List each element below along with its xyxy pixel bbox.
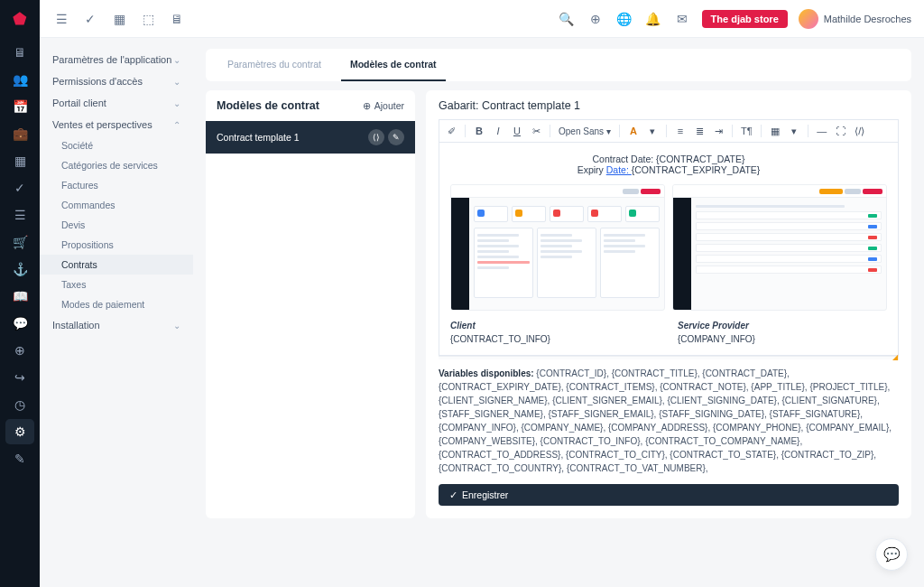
provider-label: Service Provider bbox=[678, 321, 749, 331]
list-ul-button[interactable]: ≣ bbox=[694, 126, 705, 137]
plus-icon[interactable]: ⊕ bbox=[587, 12, 605, 26]
hr-button[interactable]: — bbox=[817, 126, 827, 136]
edit-icon[interactable]: ✎ bbox=[388, 129, 404, 145]
chevron-up-icon: ⌃ bbox=[173, 120, 180, 130]
chevron-down-icon: ⌄ bbox=[173, 55, 180, 65]
editor-panel: Gabarit: Contract template 1 ✐ B I U ✂ O… bbox=[426, 90, 911, 518]
table-button[interactable]: ▦ bbox=[770, 126, 781, 137]
rail-monitor-icon[interactable]: 🖥 bbox=[5, 40, 34, 65]
nav-permissions[interactable]: Permissions d'accès⌄ bbox=[40, 70, 193, 92]
chevron-down-icon[interactable]: ▾ bbox=[647, 126, 658, 137]
add-button[interactable]: ⊕Ajouter bbox=[363, 100, 404, 111]
chevron-down-icon: ⌄ bbox=[173, 321, 180, 331]
available-variables: Variables disponibles: {CONTRACT_ID}, {C… bbox=[439, 367, 899, 475]
rail-stack-icon[interactable]: ☰ bbox=[5, 202, 34, 228]
check-icon: ✓ bbox=[449, 489, 457, 500]
app-logo-icon[interactable]: ⬟ bbox=[13, 9, 27, 29]
save-button[interactable]: ✓Enregistrer bbox=[439, 484, 899, 506]
code-icon[interactable]: ⟨⟩ bbox=[368, 129, 384, 145]
contract-date-text: Contract Date: {CONTRACT_DATE} bbox=[450, 154, 887, 164]
top-bar: ☰ ✓ ▦ ⬚ 🖥 🔍 ⊕ 🌐 🔔 ✉ The djab store Mathi… bbox=[40, 0, 924, 38]
client-label: Client bbox=[450, 321, 476, 331]
rail-chat-icon[interactable]: 💬 bbox=[5, 311, 34, 336]
rail-help-icon[interactable]: ⊕ bbox=[5, 338, 34, 363]
paragraph-button[interactable]: T¶ bbox=[741, 126, 753, 136]
underline-button[interactable]: U bbox=[512, 126, 522, 136]
avatar bbox=[799, 9, 818, 29]
nav-installation[interactable]: Installation⌄ bbox=[40, 314, 193, 336]
chevron-down-icon: ⌄ bbox=[173, 77, 180, 87]
template-list: Modèles de contrat ⊕Ajouter Contract tem… bbox=[206, 90, 415, 518]
text-color-button[interactable]: A bbox=[628, 126, 639, 136]
store-badge[interactable]: The djab store bbox=[702, 10, 788, 28]
rail-cart-icon[interactable]: 🛒 bbox=[5, 229, 34, 255]
rail-grid-icon[interactable]: ▦ bbox=[5, 148, 34, 173]
box-icon[interactable]: ⬚ bbox=[139, 12, 157, 26]
screenshot-placeholder bbox=[672, 184, 887, 311]
nav-devis[interactable]: Devis bbox=[40, 215, 193, 235]
list-ol-button[interactable]: ≡ bbox=[675, 126, 686, 136]
help-fab[interactable]: 💬 bbox=[875, 538, 908, 571]
brush-icon[interactable]: ✐ bbox=[446, 126, 457, 137]
chevron-down-icon: ▾ bbox=[606, 126, 611, 136]
content-editable[interactable]: Contract Date: {CONTRACT_DATE} Expiry Da… bbox=[439, 143, 899, 356]
chevron-down-icon: ⌄ bbox=[173, 98, 180, 108]
client-var: {CONTRACT_TO_INFO} bbox=[450, 334, 660, 344]
nav-categories[interactable]: Catégories de services bbox=[40, 155, 193, 175]
template-item[interactable]: Contract template 1 ⟨⟩ ✎ bbox=[206, 121, 415, 154]
task-icon[interactable]: ✓ bbox=[81, 12, 99, 26]
nav-paiement[interactable]: Modes de paiement bbox=[40, 294, 193, 314]
nav-commandes[interactable]: Commandes bbox=[40, 195, 193, 215]
nav-contrats[interactable]: Contrats bbox=[40, 255, 193, 275]
globe-icon[interactable]: 🌐 bbox=[615, 12, 633, 26]
rail-calendar-icon[interactable]: 📅 bbox=[5, 94, 34, 119]
nav-taxes[interactable]: Taxes bbox=[40, 275, 193, 294]
mail-icon[interactable]: ✉ bbox=[673, 12, 691, 26]
icon-rail: ⬟ 🖥 👥 📅 💼 ▦ ✓ ☰ 🛒 ⚓ 📖 💬 ⊕ ↪ ◷ ⚙ ✎ bbox=[0, 0, 40, 587]
rail-users-icon[interactable]: 👥 bbox=[5, 67, 34, 92]
chevron-down-icon[interactable]: ▾ bbox=[789, 126, 799, 137]
strike-button[interactable]: ✂ bbox=[531, 126, 541, 137]
fullscreen-button[interactable]: ⛶ bbox=[836, 126, 846, 136]
bell-icon[interactable]: 🔔 bbox=[644, 12, 662, 26]
rail-edit-icon[interactable]: ✎ bbox=[5, 446, 34, 471]
nav-propositions[interactable]: Propositions bbox=[40, 235, 193, 255]
nav-ventes[interactable]: Ventes et perspectives⌃ bbox=[40, 114, 193, 135]
list-title: Modèles de contrat bbox=[217, 99, 319, 112]
tab-params[interactable]: Paramètres du contrat bbox=[218, 49, 330, 81]
expiry-link[interactable]: Date: bbox=[606, 164, 632, 175]
apps-icon[interactable]: ▦ bbox=[110, 12, 128, 26]
bold-button[interactable]: B bbox=[474, 126, 485, 136]
tabs: Paramètres du contrat Modèles de contrat bbox=[206, 49, 911, 81]
user-name: Mathilde Desroches bbox=[824, 14, 911, 24]
rail-export-icon[interactable]: ↪ bbox=[5, 365, 34, 390]
editor-title: Gabarit: Contract template 1 bbox=[439, 99, 899, 112]
provider-var: {COMPANY_INFO} bbox=[678, 334, 887, 344]
italic-button[interactable]: I bbox=[493, 126, 504, 136]
plus-icon: ⊕ bbox=[363, 100, 371, 111]
code-button[interactable]: ⟨/⟩ bbox=[855, 126, 865, 137]
screenshot-placeholder bbox=[450, 184, 665, 311]
rail-briefcase-icon[interactable]: 💼 bbox=[5, 121, 34, 146]
nav-societe[interactable]: Société bbox=[40, 135, 193, 155]
nav-factures[interactable]: Factures bbox=[40, 175, 193, 195]
rail-book-icon[interactable]: 📖 bbox=[5, 284, 34, 309]
tab-models[interactable]: Modèles de contrat bbox=[341, 49, 446, 81]
rail-check-icon[interactable]: ✓ bbox=[5, 175, 34, 200]
resize-handle[interactable] bbox=[439, 356, 899, 359]
rich-text-toolbar: ✐ B I U ✂ Open Sans ▾ A▾ ≡ ≣ ⇥ T¶ ▦▾ bbox=[439, 119, 899, 143]
nav-portal[interactable]: Portail client⌄ bbox=[40, 92, 193, 114]
display-icon[interactable]: 🖥 bbox=[168, 12, 186, 26]
nav-app-params[interactable]: Paramètres de l'application⌄ bbox=[40, 49, 193, 70]
rail-clock-icon[interactable]: ◷ bbox=[5, 392, 34, 417]
user-menu[interactable]: Mathilde Desroches bbox=[799, 9, 911, 29]
rail-settings-icon[interactable]: ⚙ bbox=[5, 419, 34, 444]
font-select[interactable]: Open Sans ▾ bbox=[559, 126, 611, 136]
template-item-label: Contract template 1 bbox=[217, 132, 300, 143]
settings-nav: Paramètres de l'application⌄ Permissions… bbox=[40, 38, 193, 587]
menu-icon[interactable]: ☰ bbox=[52, 12, 70, 26]
indent-button[interactable]: ⇥ bbox=[713, 126, 724, 137]
rail-anchor-icon[interactable]: ⚓ bbox=[5, 256, 34, 282]
search-icon[interactable]: 🔍 bbox=[558, 12, 576, 26]
